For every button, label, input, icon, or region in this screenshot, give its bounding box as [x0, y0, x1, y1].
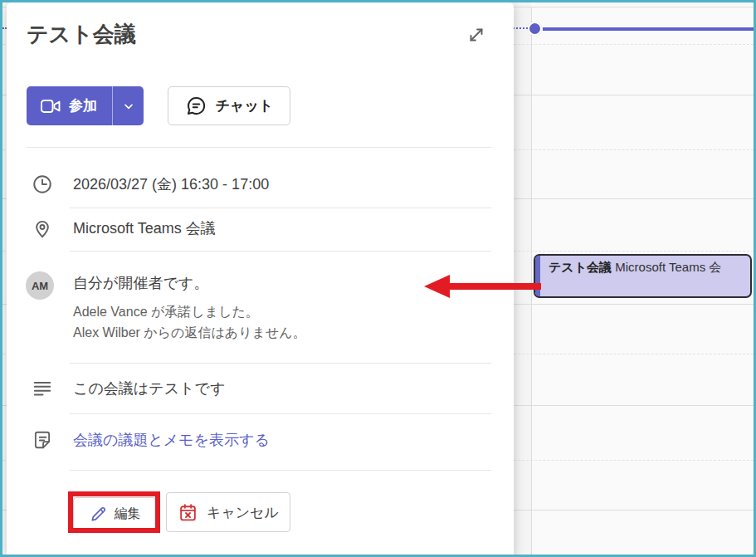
divider [70, 251, 491, 252]
calendar-event-block[interactable]: テスト会議 Microsoft Teams 会 [534, 254, 752, 298]
event-category-stripe [535, 256, 540, 296]
cancel-button[interactable]: キャンセル [166, 492, 290, 532]
attendee-response: Adele Vance が承諾しました。 [73, 302, 259, 321]
event-title: テスト会議 [549, 260, 612, 274]
organizer-status: 自分が開催者です。 [73, 272, 208, 294]
attendee-response: Alex Wilber からの返信はありません。 [73, 323, 306, 342]
current-time-line [543, 27, 754, 31]
chat-bubble-icon [185, 95, 207, 117]
divider [27, 147, 491, 148]
notes-icon [32, 429, 53, 451]
edit-button-label: 編集 [115, 506, 141, 523]
chat-button-label: チャット [216, 96, 274, 115]
divider [70, 363, 491, 364]
join-button[interactable]: 参加 [27, 86, 112, 125]
cancel-calendar-icon [178, 502, 198, 523]
meeting-description: この会議はテストです [73, 378, 225, 399]
expand-button[interactable] [462, 21, 490, 49]
join-split-button[interactable]: 参加 [27, 86, 144, 125]
meeting-location: Microsoft Teams 会議 [73, 217, 216, 239]
join-button-label: 参加 [69, 96, 97, 115]
organizer-avatar[interactable]: AM [26, 271, 54, 300]
chevron-down-icon [122, 100, 135, 113]
divider [70, 208, 491, 208]
event-subtitle: Microsoft Teams 会 [612, 260, 721, 274]
divider [70, 470, 491, 471]
calendar-day-divider [531, 7, 532, 555]
event-text: テスト会議 Microsoft Teams 会 [549, 260, 721, 276]
divider [70, 413, 491, 414]
join-options-dropdown[interactable] [113, 86, 144, 125]
video-camera-icon [40, 97, 61, 115]
current-time-dot [528, 22, 542, 36]
meeting-datetime: 2026/03/27 (金) 16:30 - 17:00 [73, 173, 269, 195]
teams-meeting-peek-screen: テスト会議 Microsoft Teams 会 テスト会議 参加 [0, 0, 756, 557]
location-pin-icon [32, 217, 53, 239]
cancel-button-label: キャンセル [207, 503, 279, 522]
avatar-initials: AM [32, 280, 48, 292]
meeting-title: テスト会議 [27, 19, 136, 49]
edit-button[interactable]: 編集 [73, 497, 156, 530]
chat-button[interactable]: チャット [168, 86, 290, 125]
calendar-gutter-column [515, 2, 531, 555]
agenda-notes-link[interactable]: 会議の議題とメモを表示する [73, 429, 270, 451]
clock-icon [32, 173, 53, 195]
description-icon [32, 378, 53, 399]
meeting-peek-popup: テスト会議 参加 [7, 2, 514, 557]
pencil-icon [89, 505, 108, 524]
expand-icon [466, 24, 487, 46]
